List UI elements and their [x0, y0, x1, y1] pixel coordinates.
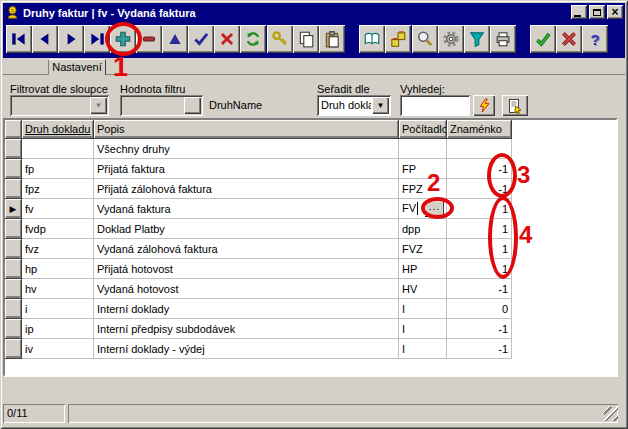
cell-code[interactable]: hv [22, 279, 94, 299]
table-row[interactable]: hpPřijatá hotovostHP1 [5, 259, 512, 279]
table-row[interactable]: fpPřijatá fakturaFP-1 [5, 159, 512, 179]
row-selector[interactable] [5, 139, 22, 159]
row-selector[interactable] [5, 239, 22, 259]
refresh-button[interactable] [240, 25, 266, 53]
first-record-button[interactable] [6, 25, 32, 53]
table-row[interactable]: Všechny druhy [5, 139, 512, 159]
cell-znamenko[interactable]: 0 [447, 299, 512, 319]
cell-znamenko[interactable]: 1 [447, 259, 512, 279]
cancel-edit-button[interactable] [214, 25, 240, 53]
help-button[interactable]: ? [582, 25, 608, 53]
column-header-popis[interactable]: Popis [94, 120, 399, 139]
cell-popis[interactable]: Vydaná zálohová faktura [94, 239, 399, 259]
column-header-znamenko[interactable]: Znaménko [447, 120, 512, 139]
close-form-button[interactable] [556, 25, 582, 53]
filter-value-button[interactable] [184, 97, 201, 114]
cell-code[interactable]: fpz [22, 179, 94, 199]
cell-popis[interactable]: Vydaná hotovost [94, 279, 399, 299]
cell-code[interactable]: fvdp [22, 219, 94, 239]
cell-znamenko[interactable]: -1 [447, 279, 512, 299]
row-selector[interactable] [5, 279, 22, 299]
cell-popis[interactable]: Všechny druhy [94, 139, 399, 159]
minimize-button[interactable] [571, 5, 587, 19]
last-record-button[interactable] [84, 25, 110, 53]
next-record-button[interactable] [58, 25, 84, 53]
cell-pocitadlo[interactable] [399, 139, 447, 159]
cell-znamenko[interactable]: 1 [447, 199, 512, 219]
post-edit-button[interactable] [188, 25, 214, 53]
column-header-druh-dokladu[interactable]: Druh dokladu [22, 120, 94, 139]
sort-combo[interactable]: Druh dokla ▼ [317, 95, 391, 116]
close-button[interactable]: × [607, 5, 623, 19]
table-row[interactable]: hvVydaná hotovostHV-1 [5, 279, 512, 299]
cell-code[interactable]: fv [22, 199, 94, 219]
table-row[interactable]: ipInterní předpisy subdodávekI-1 [5, 319, 512, 339]
cell-pocitadlo[interactable]: dpp [399, 219, 447, 239]
cell-code[interactable]: fvz [22, 239, 94, 259]
settings-button[interactable] [438, 25, 464, 53]
table-row[interactable]: fvdpDoklad Platbydpp1 [5, 219, 512, 239]
prior-record-button[interactable] [32, 25, 58, 53]
row-selector[interactable] [5, 179, 22, 199]
chevron-down-icon[interactable]: ▼ [372, 97, 389, 114]
cell-znamenko[interactable]: 1 [447, 219, 512, 239]
filter-value-field[interactable] [120, 95, 203, 116]
column-header-pocitadlo[interactable]: Počítadlo [399, 120, 447, 139]
row-selector[interactable] [5, 319, 22, 339]
row-selector[interactable] [5, 159, 22, 179]
table-row[interactable]: fpzPřijatá zálohová fakturaFPZ-1 [5, 179, 512, 199]
table-row[interactable]: fvzVydaná zálohová fakturaFVZ1 [5, 239, 512, 259]
cell-pocitadlo[interactable]: I [399, 299, 447, 319]
print-button[interactable] [490, 25, 516, 53]
filter-column-combo[interactable]: ▼ [10, 95, 109, 116]
cell-code[interactable]: ip [22, 319, 94, 339]
cell-popis[interactable]: Interní doklady - výdej [94, 339, 399, 359]
copy-button[interactable] [293, 25, 319, 53]
report-pick-button[interactable] [502, 95, 528, 116]
delete-record-button[interactable] [136, 25, 162, 53]
edit-record-button[interactable] [162, 25, 188, 53]
resize-grip[interactable] [604, 407, 618, 421]
insert-record-button[interactable] [110, 25, 136, 53]
lightning-search-button[interactable] [473, 95, 495, 116]
row-selector[interactable] [5, 299, 22, 319]
cell-pocitadlo[interactable]: FP [399, 159, 447, 179]
cell-popis[interactable]: Přijatá hotovost [94, 259, 399, 279]
cell-popis[interactable]: Přijatá faktura [94, 159, 399, 179]
cell-pocitadlo[interactable]: FPZ [399, 179, 447, 199]
cell-pocitadlo[interactable]: I [399, 319, 447, 339]
cell-code[interactable]: iv [22, 339, 94, 359]
cell-pocitadlo[interactable]: HV [399, 279, 447, 299]
cell-pocitadlo[interactable]: I [399, 339, 447, 359]
ok-button[interactable] [530, 25, 556, 53]
cell-popis[interactable]: Interní doklady [94, 299, 399, 319]
cell-pocitadlo[interactable]: FVZ [399, 239, 447, 259]
chevron-down-icon[interactable]: ▼ [90, 97, 107, 114]
row-selector[interactable] [5, 219, 22, 239]
tab-settings[interactable]: Nastavení [48, 59, 106, 75]
table-row[interactable]: ivInterní doklady - výdejI-1 [5, 339, 512, 359]
cell-znamenko[interactable]: -1 [447, 159, 512, 179]
search-button[interactable] [412, 25, 438, 53]
row-selector[interactable] [5, 259, 22, 279]
filter-button[interactable] [464, 25, 490, 53]
cell-pocitadlo-editing[interactable]: FV... [399, 199, 447, 219]
cell-pocitadlo[interactable]: HP [399, 259, 447, 279]
cell-znamenko[interactable]: -1 [447, 179, 512, 199]
lookup-book-button[interactable] [359, 25, 385, 53]
paste-button[interactable] [319, 25, 345, 53]
search-input[interactable] [400, 95, 470, 116]
cell-znamenko[interactable]: -1 [447, 319, 512, 339]
cell-znamenko[interactable]: -1 [447, 339, 512, 359]
ellipsis-button[interactable]: ... [425, 201, 444, 216]
row-selector[interactable] [5, 339, 22, 359]
key-button[interactable] [267, 25, 293, 53]
table-row-current[interactable]: ▶ fv Vydaná faktura FV... 1 [5, 199, 512, 219]
cell-znamenko[interactable]: 1 [447, 239, 512, 259]
table-row[interactable]: iInterní dokladyI0 [5, 299, 512, 319]
cell-popis[interactable]: Doklad Platby [94, 219, 399, 239]
current-row-marker[interactable]: ▶ [5, 199, 22, 219]
cell-znamenko[interactable] [447, 139, 512, 159]
cell-code[interactable]: hp [22, 259, 94, 279]
cell-code[interactable]: fp [22, 159, 94, 179]
